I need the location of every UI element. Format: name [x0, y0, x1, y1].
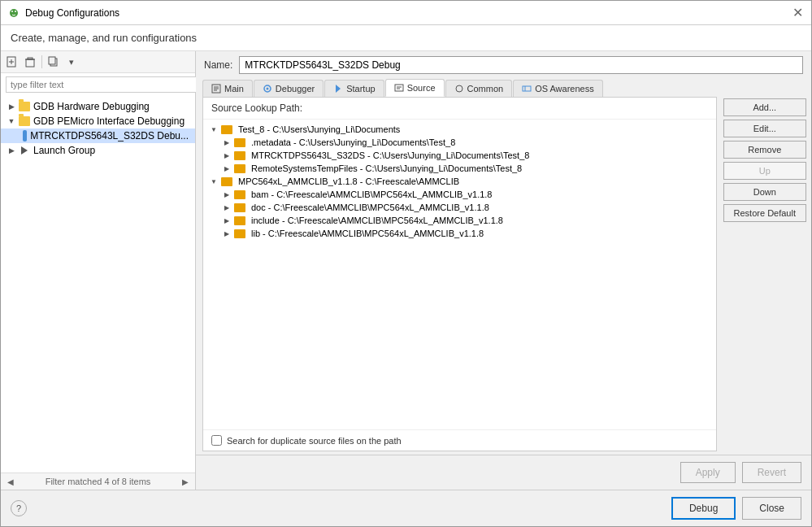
folder-icon: [234, 229, 245, 238]
chevron-icon: ▶: [223, 139, 231, 146]
scroll-right-arrow[interactable]: ▶: [182, 477, 189, 486]
expand-icon: ▶: [7, 102, 15, 111]
expand-icon: ▼: [7, 117, 15, 125]
down-button[interactable]: Down: [723, 183, 806, 201]
delete-icon: [24, 56, 36, 68]
svg-rect-6: [26, 59, 34, 67]
folder-icon: [19, 102, 30, 111]
toolbar-separator: [41, 55, 42, 68]
edit-button[interactable]: Edit...: [723, 120, 806, 137]
left-footer: ◀ Filter matched 4 of 8 items ▶: [1, 473, 195, 490]
restore-default-button[interactable]: Restore Default: [723, 204, 806, 222]
tab-main[interactable]: Main: [202, 80, 253, 97]
tree-item-gdb-hardware[interactable]: ▶ GDB Hardware Debugging: [1, 99, 195, 114]
source-item-label: MTRCKTDPS5643L_S32DS - C:\Users\Junying_…: [251, 150, 529, 160]
chevron-icon: ▶: [223, 230, 231, 237]
main-tab-icon: [211, 84, 221, 94]
source-item-remote-temp[interactable]: ▶ RemoteSystemsTempFiles - C:\Users\Juny…: [203, 162, 716, 175]
bug-icon: [7, 7, 20, 20]
tab-common[interactable]: Common: [445, 80, 513, 97]
tree-item-launch-group[interactable]: ▶ Launch Group: [1, 143, 195, 158]
chevron-icon: ▼: [210, 178, 218, 185]
svg-rect-23: [523, 86, 531, 91]
svg-point-2: [15, 11, 16, 12]
debugger-tab-icon: [263, 84, 272, 94]
tab-debugger[interactable]: Debugger: [254, 80, 323, 97]
source-item-label: include - C:\Freescale\AMMCLIB\MPC564xL_…: [251, 216, 503, 225]
checkbox-row: Search for duplicate source files on the…: [203, 429, 716, 451]
source-item-label: doc - C:\Freescale\AMMCLIB\MPC564xL_AMMC…: [251, 203, 489, 212]
os-tab-icon: [522, 84, 532, 94]
dialog-title: Debug Configurations: [25, 7, 119, 19]
tab-common-label: Common: [467, 84, 504, 94]
revert-button[interactable]: Revert: [742, 462, 801, 483]
chevron-icon: ▶: [223, 152, 231, 159]
launch-group-icon: [19, 145, 30, 156]
chevron-icon: ▶: [223, 165, 231, 172]
tab-startup[interactable]: Startup: [324, 80, 384, 97]
duplicate-source-checkbox[interactable]: [211, 435, 222, 446]
svg-rect-10: [49, 57, 55, 64]
tree-item-label: Launch Group: [33, 145, 95, 156]
dialog-close-button[interactable]: Close: [742, 497, 801, 520]
source-tab-icon: [394, 83, 404, 93]
duplicate-button[interactable]: [46, 54, 62, 70]
folder-icon: [234, 164, 245, 173]
dialog-subtitle: Create, manage, and run configurations: [1, 25, 811, 51]
source-item-metadata[interactable]: ▶ .metadata - C:\Users\Junying_Li\Docume…: [203, 136, 716, 149]
up-button[interactable]: Up: [723, 162, 806, 180]
source-item-include[interactable]: ▶ include - C:\Freescale\AMMCLIB\MPC564x…: [203, 214, 716, 227]
filter-button[interactable]: ▾: [63, 54, 80, 70]
checkbox-label: Search for duplicate source files on the…: [227, 436, 402, 446]
config-name-input[interactable]: [239, 56, 803, 74]
final-bar-right: Debug Close: [671, 497, 801, 520]
tab-source[interactable]: Source: [385, 79, 445, 97]
content-and-buttons: Source Lookup Path: ▼ Test_8 - C:\Users\…: [196, 97, 811, 451]
tabs-bar: Main Debugger Startup Source Common: [196, 79, 811, 97]
expand-icon: ▶: [7, 146, 15, 155]
chevron-icon: ▼: [210, 126, 218, 133]
tab-os-awareness[interactable]: OS Awareness: [513, 80, 603, 97]
new-config-button[interactable]: [4, 54, 20, 70]
source-item-label: bam - C:\Freescale\AMMCLIB\MPC564xL_AMMC…: [251, 189, 493, 199]
remove-button[interactable]: Remove: [723, 141, 806, 159]
side-buttons: Add... Edit... Remove Up Down Restore De…: [723, 98, 811, 451]
source-item-label: .metadata - C:\Users\Junying_Li\Document…: [251, 137, 455, 147]
bottom-bar-right: Apply Revert: [680, 462, 801, 483]
tab-os-awareness-label: OS Awareness: [535, 84, 594, 94]
startup-tab-icon: [333, 84, 343, 94]
source-item-doc[interactable]: ▶ doc - C:\Freescale\AMMCLIB\MPC564xL_AM…: [203, 201, 716, 214]
tab-startup-label: Startup: [346, 84, 375, 94]
chevron-icon: ▶: [223, 217, 231, 224]
source-tree-area: ▼ Test_8 - C:\Users\Junying_Li\Documents…: [203, 120, 716, 429]
tree-item-label: GDB Hardware Debugging: [33, 101, 150, 112]
source-item-lib[interactable]: ▶ lib - C:\Freescale\AMMCLIB\MPC564xL_AM…: [203, 227, 716, 240]
tree-item-mtrcktdps[interactable]: MTRCKTDPS5643L_S32DS Debu...: [1, 128, 195, 143]
folder-icon: [221, 177, 232, 186]
svg-point-1: [11, 11, 13, 12]
source-item-bam[interactable]: ▶ bam - C:\Freescale\AMMCLIB\MPC564xL_AM…: [203, 188, 716, 201]
scroll-left-arrow[interactable]: ◀: [7, 477, 14, 486]
expand-icon: [17, 132, 20, 140]
help-button[interactable]: ?: [11, 500, 27, 516]
chevron-icon: ▶: [223, 204, 231, 211]
delete-config-button[interactable]: [22, 54, 38, 70]
source-item-mtrcktdps[interactable]: ▶ MTRCKTDPS5643L_S32DS - C:\Users\Junyin…: [203, 149, 716, 162]
filter-input[interactable]: [6, 76, 200, 93]
close-window-button[interactable]: ✕: [791, 7, 805, 20]
source-item-test8[interactable]: ▼ Test_8 - C:\Users\Junying_Li\Documents: [203, 123, 716, 136]
content-header: Source Lookup Path:: [203, 98, 716, 120]
apply-revert-bar: Apply Revert: [196, 455, 811, 490]
tree-item-label: MTRCKTDPS5643L_S32DS Debu...: [30, 130, 189, 142]
svg-rect-19: [395, 85, 403, 91]
debug-button[interactable]: Debug: [671, 497, 736, 520]
svg-point-17: [266, 88, 268, 90]
add-button[interactable]: Add...: [723, 98, 806, 116]
right-panel: Name: Main Debugger Startup: [196, 51, 811, 490]
source-item-mpc564xl[interactable]: ▼ MPC564xL_AMMCLIB_v1.1.8 - C:\Freescale…: [203, 175, 716, 188]
apply-button[interactable]: Apply: [680, 462, 736, 483]
tab-debugger-label: Debugger: [276, 84, 315, 94]
common-tab-icon: [454, 84, 464, 94]
dialog-body: ▾ ▶ GDB Hardware Debugging ▼ GDB PEMicro…: [1, 51, 811, 490]
tree-item-gdb-pemicro[interactable]: ▼ GDB PEMicro Interface Debugging: [1, 114, 195, 128]
